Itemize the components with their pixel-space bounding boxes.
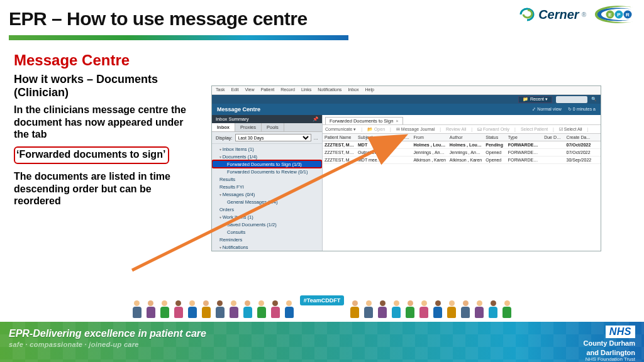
table-row[interactable]: ZZZTEST, MR ...MDT meetingAtkinson , Kar…: [323, 156, 601, 164]
pane-tab-label: Forwarded Documents to Sign: [330, 118, 393, 124]
toolbar-item[interactable]: ✉ Message Journal: [396, 127, 435, 132]
col-header[interactable]: Type: [506, 134, 542, 141]
table-cell: [384, 156, 411, 164]
menu-patient[interactable]: Patient: [261, 87, 275, 93]
col-header[interactable]: Patient Name: [323, 134, 356, 141]
table-cell: Holmes , Louise: [411, 141, 447, 149]
footer-sub: safe · compassionate · joined-up care: [9, 341, 206, 348]
mc-heading: Message Centre: [14, 52, 190, 69]
slide-title: EPR – How to use message centre: [9, 8, 308, 30]
table-row[interactable]: ZZZTEST, MR ...MDTHolmes , LouiseHolmes …: [323, 141, 601, 149]
toolbar-item: Select Patient: [521, 127, 548, 131]
toolbar-item[interactable]: Communicate ▾: [325, 127, 356, 132]
mc-title-right: ⤢ Normal view ↻ 0 minutes a: [532, 107, 596, 112]
tree-node[interactable]: Saved Documents (1/2): [212, 221, 322, 228]
sidebar-tabs: InboxProxiesPools: [212, 123, 322, 132]
menu-help[interactable]: Help: [365, 87, 374, 93]
sidebar-tab-inbox[interactable]: Inbox: [212, 123, 235, 131]
pin-icon[interactable]: 📌: [313, 116, 318, 122]
refresh-indicator[interactable]: ↻ 0 minutes a: [568, 107, 596, 112]
tree-node[interactable]: Documents (1/4): [212, 153, 322, 160]
toolbar-sep: |: [390, 127, 391, 131]
tree-node[interactable]: Inbox Items (1): [212, 145, 322, 153]
inbox-sidebar: Inbox Summary 📌 InboxProxiesPools Displa…: [212, 115, 323, 251]
table-cell: Opened: [484, 149, 506, 156]
toolbar-sep: |: [361, 127, 362, 131]
app-toolbar: 📁 Recent ▾ 🔍: [212, 95, 601, 104]
tree-node[interactable]: Results FYI: [212, 183, 322, 190]
trademark-icon: ®: [582, 11, 586, 18]
person-icon: [432, 300, 443, 318]
tree-node[interactable]: Results: [212, 175, 322, 183]
toolbar-item[interactable]: ☑ Select All: [559, 127, 582, 132]
person-icon: [159, 300, 170, 318]
col-header[interactable]: Due Date: [542, 134, 564, 141]
table-cell: 07/Oct/2022: [564, 141, 601, 149]
person-icon: [228, 300, 240, 318]
tree-node[interactable]: Consults: [212, 228, 322, 236]
pane-toolbar: Communicate ▾|📂 Open|✉ Message Journal|R…: [323, 125, 601, 134]
col-header[interactable]: Author: [448, 134, 484, 141]
pane-tab[interactable]: Forwarded Documents to Sign ×: [325, 117, 403, 124]
col-header[interactable]: Status: [484, 134, 506, 141]
tree-node[interactable]: Messages (0/4): [212, 190, 322, 198]
table-cell: Atkinson , Karen: [411, 156, 447, 164]
footer-main: EPR-Delivering excellence in patient car…: [9, 328, 206, 339]
pane-tabstrip: Forwarded Documents to Sign ×: [323, 115, 601, 125]
tree-node[interactable]: Notifications: [212, 243, 322, 251]
trust-line1: County Durham: [584, 339, 636, 348]
recent-button[interactable]: 📁 Recent ▾: [518, 96, 552, 103]
slide: EPR – How to use message centre Cerner ®…: [0, 0, 644, 362]
mc-p1: In the clinicians message centre the doc…: [14, 104, 190, 140]
table-cell: Holmes , Louise: [448, 141, 484, 149]
tree-node[interactable]: Forwarded Documents to Review (0/1): [212, 168, 322, 175]
nhs-logo: NHS: [606, 326, 635, 338]
table-cell: [384, 141, 411, 149]
menu-links[interactable]: Links: [301, 87, 311, 93]
col-header[interactable]: Subject: [356, 134, 384, 141]
tree-node[interactable]: General Messages (0/4): [212, 198, 322, 206]
search-icon[interactable]: 🔍: [591, 97, 597, 102]
menu-record[interactable]: Record: [280, 87, 295, 93]
person-icon: [201, 300, 212, 318]
display-select[interactable]: Last 30 Days: [235, 134, 311, 141]
col-header[interactable]: Create Da...: [564, 134, 601, 141]
person-icon: [501, 300, 513, 318]
ellipsis-button[interactable]: …: [314, 135, 319, 141]
svg-text:R: R: [626, 12, 630, 18]
person-icon: [349, 300, 360, 318]
search-input[interactable]: [556, 96, 587, 103]
table-cell: 07/Oct/2022: [564, 149, 601, 156]
col-header[interactable]: Notification C...: [384, 134, 411, 141]
shot-body: Inbox Summary 📌 InboxProxiesPools Displa…: [212, 115, 601, 251]
tree-node[interactable]: Forwarded Documents to Sign (1/3): [212, 160, 322, 168]
close-icon[interactable]: ×: [396, 118, 398, 124]
toolbar-sep: |: [440, 127, 441, 131]
sidebar-tab-pools[interactable]: Pools: [262, 123, 284, 131]
footer: EPR-Delivering excellence in patient car…: [0, 322, 644, 362]
tree-node[interactable]: Work Items (1): [212, 213, 322, 221]
display-label: Display:: [216, 135, 233, 141]
person-icon: [418, 300, 430, 318]
table-header-row[interactable]: Patient NameSubjectNotification C...From…: [323, 134, 601, 141]
inbox-summary-header: Inbox Summary 📌: [212, 115, 322, 123]
table-row[interactable]: ZZZTEST, MR ...Outpatient GP...Jennings …: [323, 149, 601, 156]
table-cell: MDT meeting: [356, 156, 384, 164]
documents-grid[interactable]: Patient NameSubjectNotification C...From…: [323, 134, 601, 251]
menu-inbox[interactable]: Inbox: [348, 87, 358, 93]
tree-node[interactable]: Orders: [212, 206, 322, 213]
table-cell: [384, 149, 411, 156]
col-header[interactable]: From: [411, 134, 447, 141]
menu-view[interactable]: View: [245, 87, 254, 93]
sidebar-tab-proxies[interactable]: Proxies: [235, 123, 262, 131]
tree-node[interactable]: Reminders: [212, 236, 322, 243]
menu-edit[interactable]: Edit: [231, 87, 238, 93]
menu-notifications[interactable]: Notifications: [318, 87, 341, 93]
menu-task[interactable]: Task: [216, 87, 225, 93]
people-illustration: #TeamCDDFT: [0, 283, 644, 318]
person-icon: [474, 300, 485, 318]
normal-view-button[interactable]: ⤢ Normal view: [532, 107, 561, 112]
cerner-logo: Cerner ®: [519, 8, 586, 22]
person-icon: [242, 300, 253, 318]
svg-text:E: E: [608, 12, 612, 18]
